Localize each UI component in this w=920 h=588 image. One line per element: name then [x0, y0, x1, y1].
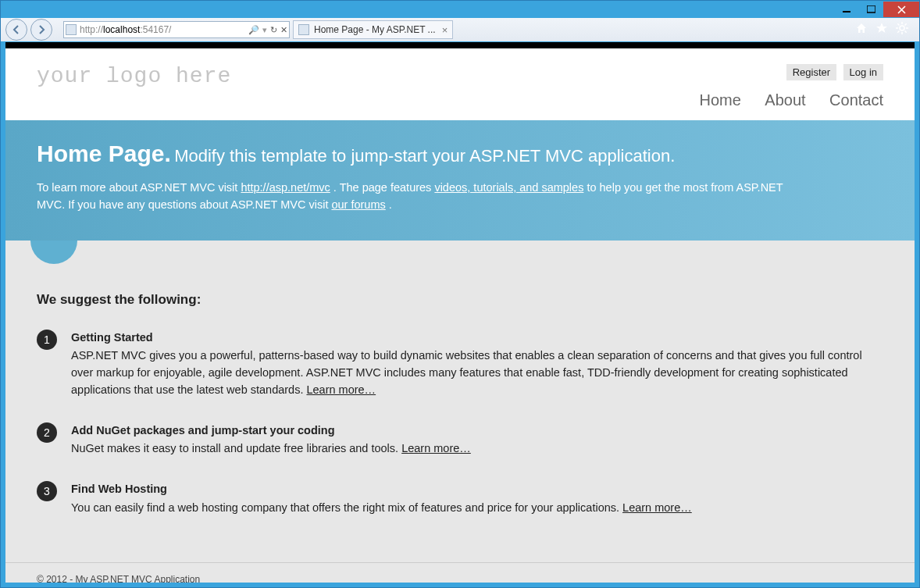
hero-link-forums[interactable]: our forums: [331, 198, 385, 211]
step-title: Find Web Hosting: [71, 481, 883, 498]
learn-more-link[interactable]: Learn more…: [401, 442, 471, 454]
hero-link-aspnet[interactable]: http://asp.net/mvc: [241, 181, 330, 194]
home-icon[interactable]: [855, 22, 868, 37]
svg-rect-0: [843, 11, 850, 12]
svg-line-7: [897, 23, 899, 25]
svg-point-2: [900, 26, 904, 30]
step-text: ASP.NET MVC gives you a powerful, patter…: [71, 349, 862, 396]
search-icon[interactable]: 🔎: [248, 25, 259, 35]
nav-home[interactable]: Home: [700, 91, 741, 109]
url-text: http://localhost:54167/: [80, 24, 248, 35]
window-minimize-button[interactable]: [835, 2, 858, 17]
browser-toolbar: http://localhost:54167/ 🔎 ▾ ↻ ✕ Home Pag…: [1, 18, 919, 41]
step-title: Getting Started: [71, 330, 883, 347]
settings-icon[interactable]: [896, 22, 908, 37]
svg-line-8: [905, 31, 907, 33]
learn-more-link[interactable]: Learn more…: [622, 501, 692, 514]
step-number: 1: [37, 330, 57, 350]
address-bar[interactable]: http://localhost:54167/ 🔎 ▾ ↻ ✕: [63, 21, 290, 38]
hero-title: Home Page.: [37, 141, 171, 166]
step-number: 2: [37, 422, 57, 443]
tab-title: Home Page - My ASP.NET ...: [314, 24, 436, 35]
nav-about[interactable]: About: [765, 91, 805, 109]
step-2: 2 Add NuGet packages and jump-start your…: [37, 422, 883, 458]
learn-more-link[interactable]: Learn more…: [306, 383, 376, 396]
tab-page-icon: [298, 24, 309, 35]
nav-contact[interactable]: Contact: [829, 91, 883, 109]
page-content: your logo here Register Log in Home Abou…: [5, 42, 915, 583]
hero-decorative-circle: [30, 241, 77, 264]
hero-banner: Home Page. Modify this template to jump-…: [5, 120, 915, 241]
window-close-button[interactable]: [883, 2, 919, 17]
suggest-heading: We suggest the following:: [37, 292, 883, 308]
page-icon: [66, 24, 77, 35]
step-text: NuGet makes it easy to install and updat…: [71, 442, 401, 454]
step-number: 3: [37, 481, 57, 501]
footer-text: © 2012 - My ASP.NET MVC Application: [37, 574, 200, 583]
window-maximize-button[interactable]: [859, 2, 883, 17]
site-logo[interactable]: your logo here: [37, 64, 231, 88]
forward-button[interactable]: [30, 19, 52, 41]
login-link[interactable]: Log in: [843, 64, 883, 80]
hero-link-videos[interactable]: videos, tutorials, and samples: [434, 181, 583, 194]
svg-rect-1: [867, 5, 875, 12]
step-3: 3 Find Web Hosting You can easily find a…: [37, 481, 883, 517]
svg-line-10: [897, 31, 899, 33]
hero-paragraph: To learn more about ASP.NET MVC visit ht…: [37, 180, 794, 214]
browser-tab[interactable]: Home Page - My ASP.NET ... ×: [293, 20, 453, 39]
favorites-icon[interactable]: [875, 22, 888, 37]
step-1: 1 Getting Started ASP.NET MVC gives you …: [37, 330, 883, 399]
window-titlebar: [1, 1, 919, 18]
refresh-icon[interactable]: ↻: [270, 25, 277, 35]
svg-line-9: [905, 23, 907, 25]
step-title: Add NuGet packages and jump-start your c…: [71, 422, 883, 440]
register-link[interactable]: Register: [786, 64, 836, 80]
page-footer: © 2012 - My ASP.NET MVC Application: [5, 562, 915, 583]
tab-close-icon[interactable]: ×: [442, 24, 448, 36]
step-text: You can easily find a web hosting compan…: [71, 501, 622, 514]
top-bar: [5, 42, 915, 48]
hero-subtitle: Modify this template to jump-start your …: [174, 146, 675, 166]
stop-icon[interactable]: ✕: [280, 25, 287, 35]
back-button[interactable]: [5, 19, 27, 41]
